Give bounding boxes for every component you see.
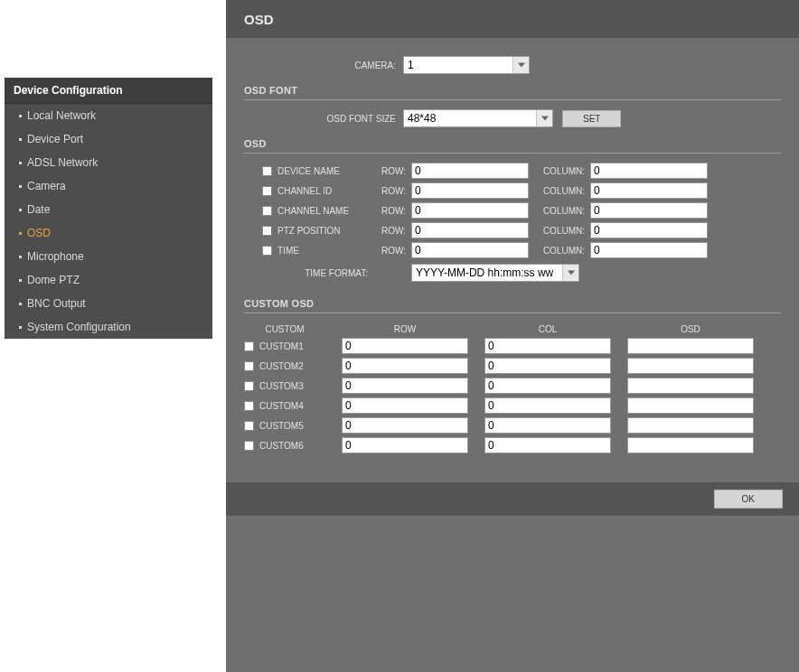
custom-row: CUSTOM1: [244, 338, 781, 354]
sidebar-item-label: Date: [27, 203, 50, 216]
osd-item-name: TIME: [277, 246, 368, 256]
custom-row: CUSTOM2: [244, 358, 781, 374]
custom-row-input[interactable]: [342, 397, 468, 414]
custom-osd-input[interactable]: [627, 417, 754, 434]
osd-row: PTZ POSITIONROW:COLUMN:: [262, 222, 781, 238]
column-label: COLUMN:: [534, 166, 585, 176]
sidebar-item-device-port[interactable]: Device Port: [5, 127, 212, 151]
checkbox[interactable]: [244, 341, 254, 351]
bullet-icon: [19, 303, 22, 305]
custom-col-input[interactable]: [484, 338, 611, 354]
custom-row-input[interactable]: [342, 358, 468, 374]
custom-osd-input[interactable]: [627, 358, 754, 374]
camera-label: CAMERA:: [244, 61, 403, 70]
checkbox[interactable]: [262, 186, 272, 196]
custom-row-input[interactable]: [342, 378, 468, 394]
sidebar-item-osd[interactable]: OSD: [5, 221, 212, 245]
sidebar-item-dome-ptz[interactable]: Dome PTZ: [5, 268, 212, 292]
row-input[interactable]: [411, 163, 529, 179]
set-button[interactable]: SET: [562, 110, 621, 127]
custom-row-input[interactable]: [342, 338, 468, 354]
divider: [244, 153, 781, 154]
sidebar-item-bnc-output[interactable]: BNC Output: [5, 292, 212, 315]
column-input[interactable]: [590, 242, 708, 258]
custom-osd-input[interactable]: [627, 397, 754, 414]
row-col-header: ROW: [342, 324, 468, 334]
sidebar-item-local-network[interactable]: Local Network: [5, 104, 212, 127]
camera-select[interactable]: 1: [403, 56, 530, 74]
sidebar-item-label: Device Port: [27, 133, 83, 145]
main-panel: OSD CAMERA: 1 OSD FONT OSD FONT SIZE 48*…: [226, 0, 799, 672]
custom-col-input[interactable]: [484, 437, 611, 453]
row-input[interactable]: [411, 242, 529, 258]
sidebar: Device Configuration Local NetworkDevice…: [5, 78, 212, 339]
row-label: ROW:: [373, 226, 406, 236]
bullet-icon: [19, 115, 22, 117]
bullet-icon: [19, 232, 22, 235]
row-input[interactable]: [411, 222, 529, 238]
sidebar-item-system-configuration[interactable]: System Configuration: [5, 315, 212, 339]
checkbox[interactable]: [262, 166, 272, 176]
custom-col-input[interactable]: [484, 417, 611, 434]
row-label: ROW:: [373, 246, 406, 256]
custom-name: CUSTOM5: [259, 421, 304, 431]
custom-col-input[interactable]: [484, 358, 611, 374]
checkbox[interactable]: [262, 206, 272, 216]
sidebar-item-label: Local Network: [27, 109, 96, 122]
osd-row: CHANNEL IDROW:COLUMN:: [262, 182, 781, 199]
sidebar-item-label: Dome PTZ: [27, 274, 80, 286]
row-input[interactable]: [411, 202, 529, 219]
sidebar-item-label: System Configuration: [27, 321, 131, 333]
checkbox[interactable]: [244, 401, 254, 411]
sidebar-item-date[interactable]: Date: [5, 198, 212, 221]
custom-osd-input[interactable]: [627, 437, 754, 453]
custom-col-input[interactable]: [484, 378, 611, 394]
osd-row: CHANNEL NAMEROW:COLUMN:: [262, 202, 781, 219]
bullet-icon: [19, 209, 22, 211]
custom-col-input[interactable]: [484, 397, 611, 414]
time-format-select[interactable]: YYYY-MM-DD hh:mm:ss ww: [411, 264, 579, 282]
sidebar-item-adsl-network[interactable]: ADSL Network: [5, 151, 212, 174]
custom-row: CUSTOM5: [244, 417, 781, 434]
sidebar-item-microphone[interactable]: Microphone: [5, 245, 212, 268]
custom-row: CUSTOM3: [244, 378, 781, 394]
custom-name: CUSTOM4: [259, 401, 304, 411]
osd-col-header: OSD: [627, 324, 754, 334]
column-label: COLUMN:: [534, 226, 585, 236]
custom-row-input[interactable]: [342, 417, 468, 434]
row-input[interactable]: [411, 182, 529, 199]
custom-osd-input[interactable]: [627, 338, 754, 354]
osd-row: TIMEROW:COLUMN:: [262, 242, 781, 258]
checkbox[interactable]: [244, 421, 254, 431]
checkbox[interactable]: [262, 226, 272, 236]
osd-item-name: CHANNEL ID: [277, 186, 368, 196]
custom-osd-input[interactable]: [627, 378, 754, 394]
custom-name: CUSTOM6: [259, 441, 304, 451]
checkbox[interactable]: [244, 361, 254, 371]
checkbox[interactable]: [244, 441, 254, 451]
font-size-value: 48*48: [404, 110, 536, 126]
osd-item-name: DEVICE NAME: [277, 166, 368, 176]
time-format-value: YYYY-MM-DD hh:mm:ss ww: [412, 265, 562, 281]
column-label: COLUMN:: [534, 186, 585, 196]
camera-value: 1: [404, 57, 512, 73]
column-input[interactable]: [590, 163, 708, 179]
custom-row: CUSTOM4: [244, 397, 781, 414]
checkbox[interactable]: [244, 381, 254, 391]
footer: OK: [226, 482, 799, 516]
column-input[interactable]: [590, 182, 708, 199]
sidebar-item-camera[interactable]: Camera: [5, 174, 212, 198]
custom-row: CUSTOM6: [244, 437, 781, 453]
font-size-select[interactable]: 48*48: [403, 109, 553, 127]
column-input[interactable]: [590, 222, 708, 238]
custom-row-input[interactable]: [342, 437, 468, 453]
ok-button[interactable]: OK: [714, 490, 783, 509]
column-label: COLUMN:: [534, 206, 585, 216]
column-input[interactable]: [590, 202, 708, 219]
custom-name: CUSTOM1: [259, 341, 304, 351]
bullet-icon: [19, 138, 22, 141]
bullet-icon: [19, 256, 22, 258]
custom-name: CUSTOM2: [259, 361, 304, 371]
custom-name: CUSTOM3: [259, 381, 304, 391]
checkbox[interactable]: [262, 246, 272, 256]
